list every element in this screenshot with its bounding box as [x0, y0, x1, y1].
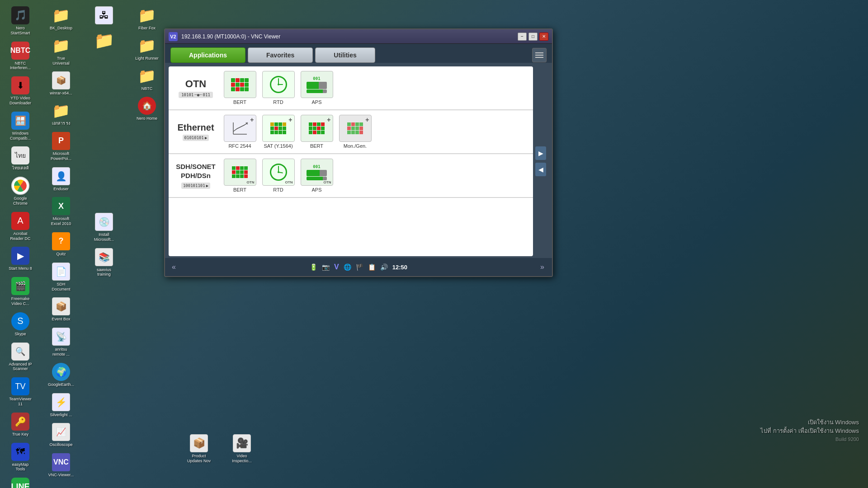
- desktop-icon-sdh-document[interactable]: 📄 SDHDocument: [43, 261, 79, 294]
- ethernet-signal-icon: 01010101 ▶: [183, 135, 209, 141]
- sdh-aps-item[interactable]: 001 OTN APS: [297, 159, 336, 192]
- sat-grid: [268, 120, 288, 136]
- eth-mongen-item[interactable]: +: [336, 115, 374, 149]
- eth-mongen-label: Mon./Gen.: [344, 143, 367, 149]
- sdh-section-row: SDH/SONETPDH/DSn 100101101 ▶: [169, 154, 533, 197]
- volume-icon: 🔊: [380, 263, 388, 271]
- vnc-title: 192.168.1.90 (MT1000A:0) - VNC Viewer: [181, 33, 280, 40]
- restore-button[interactable]: □: [528, 33, 538, 41]
- rfc-chart-svg: [230, 119, 250, 138]
- tab-favorites[interactable]: Favorites: [248, 47, 313, 63]
- tab-applications[interactable]: Applications: [170, 47, 245, 63]
- desktop-icon-google-chrome[interactable]: GoogleChrome: [2, 175, 38, 208]
- hamburger-menu[interactable]: [532, 48, 547, 62]
- desktop-icons-col4: 📁 Fiber Fox 📁 Light Runner 📁 NBTC 🏠 Nero…: [127, 0, 167, 127]
- nav-arrow-right[interactable]: ▶: [535, 146, 546, 160]
- desktop-icon-easymap[interactable]: 🗺 easyMapTools: [2, 441, 38, 474]
- status-icons-area: 🔋 📷 V 🌐 🏴 📋 🔊 12:50: [310, 263, 407, 271]
- desktop-icon-ms-powerpoint[interactable]: P MicrosoftPowerPoi...: [43, 130, 79, 163]
- hamburger-line2: [535, 55, 543, 56]
- nav-arrow-left[interactable]: ◀: [535, 163, 546, 176]
- desktop-icon-fiber-fox[interactable]: 📁 Fiber Fox: [129, 5, 165, 33]
- sdh-aps-otn-badge: OTN: [324, 180, 331, 184]
- desktop-icon-thai[interactable]: ไทย ไทยเดลดิ: [2, 145, 38, 173]
- tab-utilities[interactable]: Utilities: [315, 47, 375, 63]
- desktop-icon-network[interactable]: 🖧: [86, 5, 122, 28]
- otn-bert-item[interactable]: BERT: [221, 71, 259, 105]
- desktop-icon-nbtc[interactable]: NBTC NBTCInterferen...: [2, 40, 38, 73]
- eth-sat-icon: +: [262, 115, 295, 142]
- vnc-titlebar-left: V2 192.168.1.90 (MT1000A:0) - VNC Viewer: [169, 32, 280, 41]
- otn-rtd-item[interactable]: RTD: [259, 71, 297, 105]
- desktop-icon-folder1[interactable]: 📁: [86, 30, 122, 53]
- desktop-icon-install-ms[interactable]: 💿 InstallMicrosoft...: [86, 211, 122, 244]
- desktop-icon-true-key[interactable]: 🔑 True Key: [2, 411, 38, 439]
- desktop-icon-event-box[interactable]: 📦 Event Box: [43, 296, 79, 324]
- sdh-aps-label: APS: [311, 187, 321, 192]
- desktop-icon-advanced-ip[interactable]: 🔍 Advanced IPScanner: [2, 341, 38, 374]
- desktop-icon-vnc-viewer-desktop[interactable]: VNC VNC-Viewer...: [43, 451, 79, 479]
- desktop-icons-col3: 🖧 📁 💿 InstallMicrosoft... 📚 sawviustrain…: [81, 0, 127, 283]
- desktop-icon-nbtc-folder[interactable]: 📁 NBTC: [129, 65, 165, 93]
- desktop-icon-teamviewer[interactable]: TV TeamViewer11: [2, 375, 38, 408]
- screenshot-icon: 📷: [322, 263, 330, 271]
- eth-rfc2544-item[interactable]: + RFC 2544: [221, 115, 259, 149]
- desktop-icon-google-earth[interactable]: 🌍 GoogleEarth...: [43, 361, 79, 389]
- eth-sat-item[interactable]: +: [259, 115, 297, 149]
- desktop-icon-line[interactable]: LINE LINE: [2, 476, 38, 488]
- sdh-rtd-icon: OTN: [262, 159, 295, 186]
- mongen-grid: [345, 120, 365, 136]
- vnc-titlebar-controls: − □ ✕: [518, 33, 548, 41]
- eth-bert-item[interactable]: +: [297, 115, 336, 149]
- desktop-icon-video-inspection[interactable]: 🎥 VideoInspectio...: [224, 432, 260, 465]
- sdh-rtd-clock: [270, 164, 287, 181]
- otn-label-area: OTN 10101 ─●─ 011: [171, 78, 221, 98]
- desktop-icon-bk-desktop[interactable]: 📁 BK_Desktop: [43, 5, 79, 33]
- desktop-icon-oscilloscope[interactable]: 📈 Oscilloscope: [43, 421, 79, 449]
- desktop-icon-quitz[interactable]: ? Quitz: [43, 230, 79, 258]
- desktop-icon-ms-excel[interactable]: X MicrosoftExcel 2010: [43, 195, 79, 228]
- desktop-icon-freemake[interactable]: 🎬 FreemakeVideo C...: [2, 275, 38, 308]
- desktop-icon-sawvius[interactable]: 📚 sawviustraining: [86, 246, 122, 279]
- desktop-bottom-icons: 📦 ProductUpdates Nov 🎥 VideoInspectio...: [181, 432, 260, 465]
- sdh-label-area: SDH/SONETPDH/DSn 100101101 ▶: [171, 162, 221, 189]
- vnc-bottom-bar: « 🔋 📷 V 🌐 🏴 📋 🔊 12:50 »: [165, 258, 552, 276]
- eth-bert-icon: +: [301, 115, 333, 142]
- aps-icon-content: 001: [307, 71, 327, 98]
- desktop-icon-anritsu[interactable]: 📡 anritsuremote ...: [43, 326, 79, 359]
- rtd-clock: [270, 76, 287, 93]
- desktop-icon-windows-compat[interactable]: 🪟 WindowsCompatib...: [2, 110, 38, 143]
- desktop-icon-product-updates[interactable]: 📦 ProductUpdates Nov: [181, 432, 217, 465]
- desktop-icon-start-menu8[interactable]: ▶ Start Menu 8: [2, 245, 38, 273]
- desktop-icon-winrar[interactable]: 📦 winrar-x64...: [43, 70, 79, 98]
- desktop-icon-true-universal[interactable]: 📁 TrueUniversal: [43, 35, 79, 68]
- vnc-logo: V2: [169, 32, 178, 41]
- desktop-icon-light-runner[interactable]: 📁 Light Runner: [129, 35, 165, 63]
- bert-grid: [229, 76, 250, 93]
- desktop-icon-skype[interactable]: S Skype: [2, 310, 38, 338]
- nav-prev-button[interactable]: «: [172, 263, 177, 271]
- desktop-icon-nero[interactable]: 🎵 NeroStartSmart: [2, 5, 38, 38]
- otn-label: OTN: [185, 78, 206, 90]
- desktop-icon-ytd[interactable]: ⬇ YTD VideoDownloader: [2, 75, 38, 108]
- minimize-button[interactable]: −: [518, 33, 527, 41]
- eth-bert-label: BERT: [310, 143, 323, 149]
- eth-mongen-icon: +: [339, 115, 372, 142]
- close-button[interactable]: ✕: [539, 33, 548, 41]
- sdh-rtd-item[interactable]: OTN RTD: [259, 159, 297, 192]
- sdh-bert-icon: OTN: [224, 159, 256, 186]
- vnc-content: Applications Favorites Utilities: [165, 44, 552, 276]
- eth-rfc2544-icon: +: [224, 115, 256, 142]
- otn-rtd-icon: [262, 71, 295, 98]
- flag-icon: 🏴: [356, 263, 363, 271]
- desktop-icon-acrobat[interactable]: A AcrobatReader DC: [2, 210, 38, 243]
- desktop-icon-documents[interactable]: 📁 เอกสาร รง: [43, 100, 79, 128]
- vnc-titlebar: V2 192.168.1.90 (MT1000A:0) - VNC Viewer…: [165, 29, 552, 44]
- sdh-bert-item[interactable]: OTN BERT: [221, 159, 259, 192]
- otn-aps-item[interactable]: 001 APS: [297, 71, 336, 105]
- nav-next-button[interactable]: »: [540, 263, 545, 271]
- desktop-icon-silverlight[interactable]: ⚡ Silverlight ...: [43, 391, 79, 419]
- desktop-icon-nero-home[interactable]: 🏠 Nero Home: [129, 95, 165, 123]
- desktop-icon-enduser[interactable]: 👤 Enduser: [43, 165, 79, 193]
- otn-bert-label: BERT: [233, 99, 246, 105]
